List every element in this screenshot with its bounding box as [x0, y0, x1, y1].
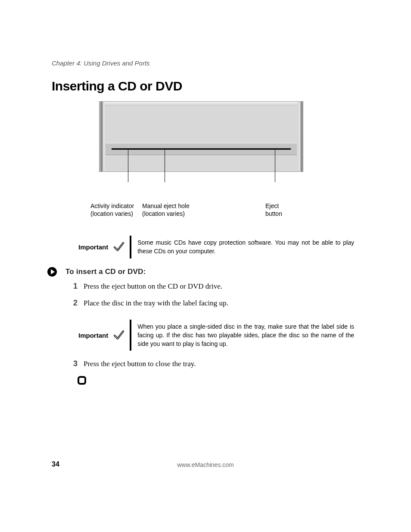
step-text: Press the eject button on the CD or DVD …	[84, 282, 222, 291]
steps-heading-row: To insert a CD or DVD:	[47, 267, 364, 277]
pointer-line-eject-button	[275, 149, 275, 182]
arrow-circle-icon	[47, 267, 57, 277]
important-callout-2: Important When you place a single-sided …	[78, 320, 380, 351]
checkmark-icon	[112, 320, 130, 351]
pointer-line-activity	[128, 149, 128, 182]
callout-text: When you place a single-sided disc in th…	[137, 320, 380, 351]
drive-diagram: Activity indicator (location varies) Man…	[99, 101, 303, 224]
step-text: Press the eject button to close the tray…	[84, 360, 196, 368]
step-3: 3 Press the eject button to close the tr…	[67, 359, 364, 368]
checkmark-icon	[112, 236, 130, 258]
callout-divider	[130, 236, 131, 258]
step-2: 2 Place the disc in the tray with the la…	[67, 299, 364, 308]
step-1: 1 Press the eject button on the CD or DV…	[67, 282, 364, 291]
footer-url: www.eMachines.com	[0, 461, 411, 468]
diagram-pointer-lines	[99, 172, 303, 202]
callout-label: Important	[78, 236, 112, 258]
step-number: 3	[67, 359, 78, 368]
drive-top-edge	[105, 102, 298, 106]
callout-label: Important	[78, 320, 112, 351]
step-text: Place the disc in the tray with the labe…	[84, 299, 228, 308]
steps-list: 1 Press the eject button on the CD or DV…	[67, 282, 364, 308]
steps-list-continued: 3 Press the eject button to close the tr…	[67, 359, 364, 368]
important-callout-1: Important Some music CDs have copy prote…	[78, 236, 380, 258]
label-eject-button: Eject button	[265, 202, 282, 218]
document-page: Chapter 4: Using Drives and Ports Insert…	[0, 0, 411, 532]
step-number: 1	[67, 282, 78, 291]
drive-disc-slot	[112, 148, 291, 150]
diagram-labels: Activity indicator (location varies) Man…	[99, 202, 303, 224]
end-of-procedure-icon	[78, 376, 86, 385]
steps-heading: To insert a CD or DVD:	[65, 268, 146, 276]
optical-drive-illustration	[99, 101, 303, 172]
page-title: Inserting a CD or DVD	[52, 79, 364, 93]
step-number: 2	[67, 299, 78, 308]
callout-text: Some music CDs have copy protection soft…	[137, 236, 380, 258]
callout-divider	[130, 320, 131, 351]
label-manual-eject-hole: Manual eject hole (location varies)	[142, 202, 190, 218]
label-activity-indicator: Activity indicator (location varies)	[90, 202, 134, 218]
chapter-label: Chapter 4: Using Drives and Ports	[52, 59, 364, 67]
pointer-line-manual-eject	[165, 149, 165, 182]
